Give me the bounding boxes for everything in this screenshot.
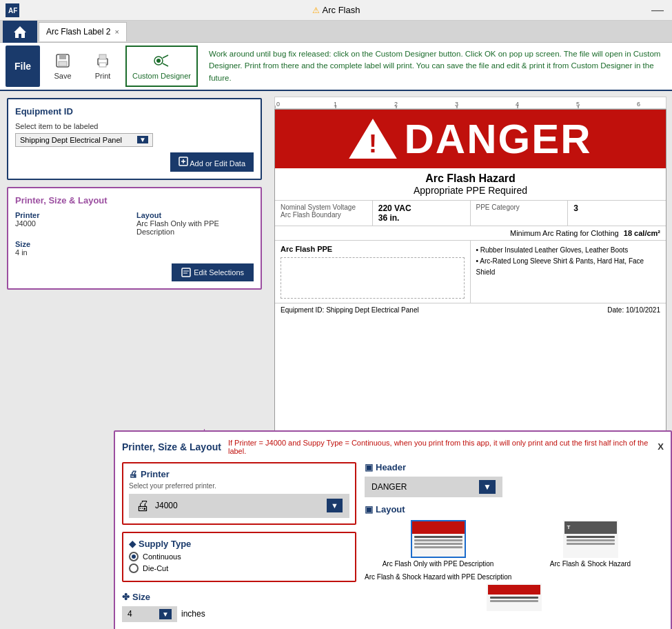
supply-type-title: ◆ Supply Type: [129, 539, 349, 549]
popup-header: Printer, Size & Layout If Printer = J400…: [122, 439, 664, 455]
layout-option-3-label: Arc Flash & Shock Hazard with PPE Descri…: [365, 573, 511, 581]
svg-text:0: 0: [276, 101, 280, 108]
printer-icon-large: 🖨: [136, 498, 150, 514]
save-label: Save: [54, 72, 71, 80]
size-value: 4 in: [15, 248, 132, 257]
printer-value: J4000: [15, 219, 132, 228]
file-label: File: [14, 61, 31, 72]
popup-body: 🖨 Printer Select your preferred printer.…: [122, 462, 664, 625]
layout-option-2[interactable]: T Arc Flash & Shock Hazard: [517, 520, 664, 568]
layout-option-1[interactable]: Arc Flash Only with PPE Description: [365, 520, 511, 568]
header-section: ▣ Header DANGER ▼: [365, 462, 664, 497]
print-button[interactable]: Print: [85, 46, 120, 87]
title-text: Arc Flash: [323, 5, 360, 15]
save-button[interactable]: Save: [45, 46, 80, 87]
popup-title: Printer, Size & Layout: [122, 441, 221, 452]
svg-marker-2: [14, 26, 26, 38]
continuous-label: Continuous: [143, 552, 181, 561]
size-dropdown-arrow-icon: ▼: [159, 609, 172, 619]
file-button[interactable]: File: [6, 46, 40, 87]
arc-flash-tab[interactable]: Arc Flash Label 2 ×: [39, 22, 127, 41]
svg-point-10: [156, 59, 161, 63]
popup-notice: If Printer = J4000 and Suppy Type = Cont…: [228, 439, 658, 455]
layout-icon: ▣: [365, 504, 373, 515]
danger-header: ! DANGER: [275, 110, 666, 168]
data-row-1: Nominal System Voltage Arc Flash Boundar…: [275, 201, 666, 226]
arc-flash-ppe-label: Arc Flash PPE: [275, 241, 471, 303]
printer-box: 🖨 Printer Select your preferred printer.…: [122, 462, 356, 525]
continuous-option[interactable]: Continuous: [129, 552, 349, 561]
ppe-category-value: 3: [568, 201, 666, 226]
layout-options: Arc Flash Only with PPE Description T: [365, 520, 664, 613]
header-dropdown-arrow-icon: ▼: [479, 480, 496, 494]
equipment-select-row: Shipping Dept Electrical Panel ▼: [15, 133, 254, 147]
ppe-section: Arc Flash PPE • Rubber Insulated Leather…: [275, 241, 666, 303]
supply-type-box: ◆ Supply Type Continuous Die-Cut: [122, 532, 356, 582]
layout-thumb-2[interactable]: T: [563, 520, 618, 558]
size-input-value: 4: [128, 609, 132, 619]
layout-option-3[interactable]: Arc Flash & Shock Hazard with PPE Descri…: [365, 573, 664, 613]
edit-selections-label: Edit Selections: [194, 268, 244, 277]
edit-selections-button[interactable]: Edit Selections: [172, 263, 254, 281]
danger-triangle-icon: !: [349, 117, 397, 161]
ppe-dashed-box: [281, 257, 465, 299]
printer-section-title: Printer, Size & Layout: [15, 195, 254, 206]
danger-text: DANGER: [404, 115, 591, 163]
header-dropdown[interactable]: DANGER ▼: [365, 477, 502, 497]
layout-section-title: ▣ Layout: [365, 504, 664, 515]
equipment-dropdown[interactable]: Shipping Dept Electrical Panel ▼: [15, 133, 153, 147]
equipment-dropdown-value: Shipping Dept Electrical Panel: [20, 136, 122, 144]
label-footer: Equipment ID: Shipping Dept Electrical P…: [275, 303, 666, 317]
printer-selected-value: J4000: [155, 501, 327, 510]
layout-thumb-3[interactable]: [487, 583, 542, 611]
tab-bar: Arc Flash Label 2 ×: [0, 21, 672, 43]
svg-line-12: [163, 63, 168, 66]
equipment-section: Equipment ID Select item to be labeled S…: [7, 98, 262, 180]
size-input-row: 4 ▼ inches: [122, 606, 356, 622]
custom-designer-label: Custom Designer: [132, 72, 191, 80]
equipment-title: Equipment ID: [15, 106, 254, 117]
popup-panel: Printer, Size & Layout If Printer = J400…: [114, 430, 672, 629]
equipment-id-footer: Equipment ID: Shipping Dept Electrical P…: [281, 306, 419, 314]
print-icon: [94, 52, 111, 70]
app-icon: AF: [6, 3, 19, 17]
svg-text:!: !: [369, 130, 377, 158]
tab-label: Arc Flash Label 2: [46, 27, 110, 37]
printer-subtitle: Select your preferred printer.: [129, 482, 349, 490]
die-cut-radio[interactable]: [129, 563, 139, 573]
size-unit: inches: [181, 609, 205, 619]
size-box: ✤ Size 4 ▼ inches: [122, 589, 356, 625]
add-edit-button[interactable]: Add or Edit Data: [170, 152, 254, 172]
layout-section: ▣ Layout: [365, 504, 664, 613]
min-arc-rating-row: Minimum Arc Rating for Clothing 18 cal/c…: [275, 226, 666, 241]
arc-flash-hazard-section: Arc Flash Hazard Appropriate PPE Require…: [275, 168, 666, 201]
printer-box-title: 🖨 Printer: [129, 469, 349, 479]
appropriate-ppe: Appropriate PPE Required: [279, 185, 662, 196]
layout-value: Arc Flash Only with PPE Description: [136, 219, 254, 236]
printer-select-dropdown[interactable]: 🖨 J4000 ▼: [129, 494, 349, 518]
nominal-voltage-label: Nominal System Voltage Arc Flash Boundar…: [275, 201, 373, 226]
minimize-button[interactable]: —: [651, 3, 664, 17]
date-footer: Date: 10/10/2021: [607, 306, 660, 314]
printer-label: Printer: [15, 211, 132, 219]
custom-designer-icon: [152, 52, 171, 70]
ppe-items: • Rubber Insulated Leather Gloves, Leath…: [471, 241, 666, 303]
title-bar: AF ⚠ Arc Flash —: [0, 0, 672, 21]
layout-label: Layout: [136, 211, 254, 219]
svg-rect-7: [99, 54, 106, 59]
home-tab[interactable]: [3, 21, 37, 43]
custom-designer-button[interactable]: Custom Designer: [125, 46, 198, 87]
svg-line-11: [163, 55, 168, 58]
popup-left: 🖨 Printer Select your preferred printer.…: [122, 462, 356, 625]
main-content: Equipment ID Select item to be labeled S…: [0, 91, 672, 629]
svg-rect-5: [59, 61, 67, 66]
tab-close-button[interactable]: ×: [114, 28, 119, 36]
popup-close-button[interactable]: X: [658, 441, 664, 452]
continuous-radio[interactable]: [129, 552, 139, 561]
size-dropdown[interactable]: 4 ▼: [122, 606, 177, 622]
svg-text:6: 6: [637, 101, 640, 108]
layout-thumb-1[interactable]: [411, 520, 466, 558]
dropdown-arrow-icon: ▼: [137, 136, 148, 143]
layout-option-2-label: Arc Flash & Shock Hazard: [517, 560, 664, 568]
die-cut-option[interactable]: Die-Cut: [129, 563, 349, 573]
